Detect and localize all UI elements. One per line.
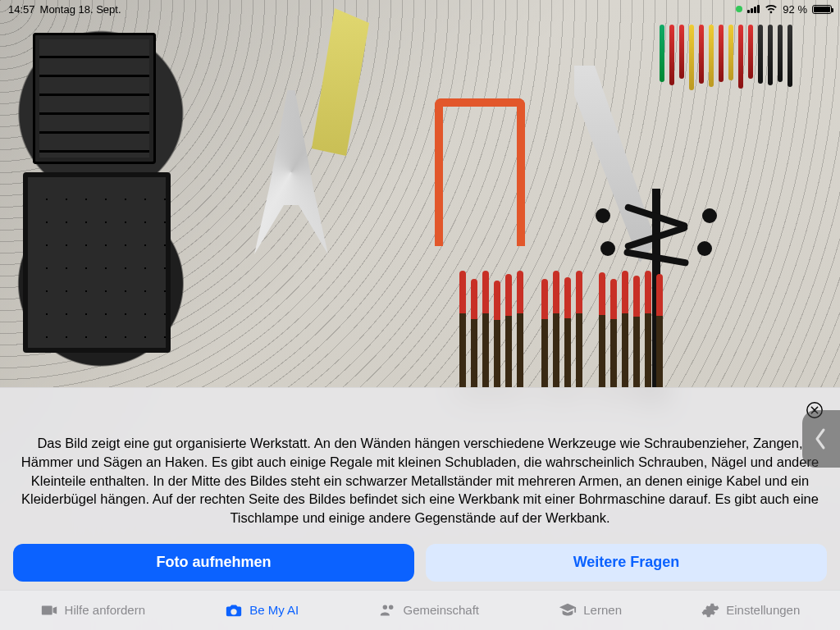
status-time: 14:57 — [8, 3, 35, 16]
status-right: 92 % — [736, 3, 832, 16]
grad-cap-icon — [559, 601, 577, 619]
photo-detail-drawer-cabinet — [33, 33, 156, 164]
photo-detail-handle-row — [459, 262, 689, 394]
battery-icon — [812, 5, 832, 14]
tab-help[interactable]: Hilfe anfordern — [40, 601, 145, 619]
photo-detail-parts-bins — [23, 172, 171, 353]
tab-community[interactable]: Gemeinschaft — [379, 601, 480, 619]
app-screen: 14:57 Montag 18. Sept. 92 % — [0, 0, 840, 630]
people-icon — [379, 601, 397, 619]
battery-percent: 92 % — [783, 3, 807, 16]
status-bar: 14:57 Montag 18. Sept. 92 % — [0, 0, 840, 18]
wifi-icon — [765, 4, 778, 14]
status-left: 14:57 Montag 18. Sept. — [8, 3, 121, 16]
tab-label: Gemeinschaft — [404, 603, 480, 617]
tab-bemyai[interactable]: Be My AI — [225, 601, 299, 619]
tab-label: Einstellungen — [726, 603, 800, 617]
gear-icon — [701, 601, 719, 619]
tab-label: Lernen — [583, 603, 622, 617]
cellular-icon — [747, 5, 760, 13]
status-date: Montag 18. Sept. — [40, 3, 121, 16]
side-app-switcher-handle[interactable] — [802, 410, 840, 468]
tab-learn[interactable]: Lernen — [559, 601, 622, 619]
action-button-row: Foto aufnehmen Weitere Fragen — [0, 534, 840, 590]
more-questions-button[interactable]: Weitere Fragen — [426, 544, 827, 582]
take-photo-button[interactable]: Foto aufnehmen — [13, 544, 414, 582]
video-icon — [40, 601, 58, 619]
photo-detail-shears — [254, 90, 328, 254]
photo-detail-handsaw — [312, 8, 369, 156]
tab-bar: Hilfe anfordern Be My AI Gemeinschaft Le… — [0, 590, 840, 630]
result-sheet: Das Bild zeigt eine gut organisierte Wer… — [0, 387, 840, 630]
tab-label: Hilfe anfordern — [65, 603, 145, 617]
ai-description-text: Das Bild zeigt eine gut organisierte Wer… — [0, 388, 840, 534]
photo-detail-hacksaw — [435, 98, 525, 246]
tab-label: Be My AI — [249, 603, 299, 617]
chevron-left-icon — [814, 427, 829, 450]
camera-icon — [225, 601, 243, 619]
photo-detail-screwdriver-rack — [660, 25, 807, 98]
location-indicator-icon — [736, 6, 742, 12]
tab-settings[interactable]: Einstellungen — [701, 601, 800, 619]
